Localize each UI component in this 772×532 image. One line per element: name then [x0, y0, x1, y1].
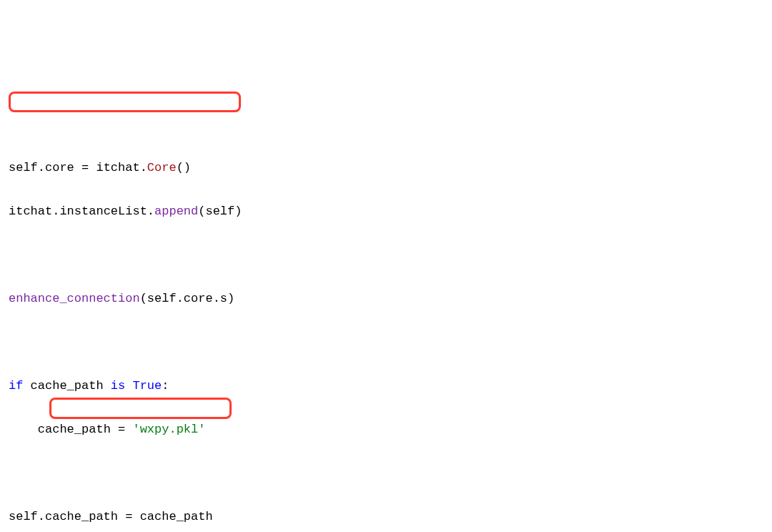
token	[9, 423, 38, 436]
code-line-7: cache_path = 'wxpy.pkl'	[9, 419, 763, 441]
code-line-6: if cache_path is True:	[9, 375, 763, 398]
token: =	[118, 510, 140, 523]
token	[125, 379, 132, 393]
token: cache_path	[31, 379, 104, 393]
token: cache_path	[140, 510, 213, 523]
code-block: self.core = itchat.Core() itchat.instanc…	[9, 92, 763, 532]
token: =	[111, 423, 133, 436]
token: .	[38, 161, 45, 174]
highlight-box-1	[9, 92, 241, 112]
token: :	[162, 379, 169, 393]
token: (	[140, 292, 147, 305]
token: (	[198, 205, 205, 218]
code-line-9: self.cache_path = cache_path	[9, 506, 763, 528]
code-line-1: self.core = itchat.Core()	[9, 157, 763, 179]
token: Core	[147, 161, 177, 174]
code-line-3	[9, 245, 763, 267]
token: self.core.s	[147, 292, 227, 305]
token: ()	[177, 161, 191, 174]
token: )	[227, 292, 234, 305]
token: True	[132, 379, 162, 393]
token: cache_path	[38, 423, 111, 436]
token: itchat	[9, 205, 52, 218]
token: self	[205, 205, 234, 218]
token: 'wxpy.pkl'	[132, 423, 205, 436]
token: .	[147, 205, 154, 218]
token: enhance_connection	[9, 292, 140, 305]
code-line-2: itchat.instanceList.append(self)	[9, 201, 763, 223]
token: instanceList	[59, 205, 147, 218]
highlight-box-2	[49, 398, 232, 419]
token: self.cache_path	[9, 510, 118, 523]
token	[23, 379, 30, 393]
code-line-4: enhance_connection(self.core.s)	[9, 288, 763, 310]
code-line-5	[9, 332, 763, 354]
token: self	[9, 161, 38, 174]
token	[104, 379, 111, 393]
token: if	[9, 379, 23, 393]
token: )	[234, 205, 242, 218]
code-line-8	[9, 463, 763, 485]
token: .	[140, 161, 147, 174]
token: is	[111, 379, 125, 393]
token: .	[52, 205, 59, 218]
token: itchat	[96, 161, 139, 174]
token: =	[74, 161, 96, 174]
token: core	[45, 161, 74, 174]
token: append	[154, 205, 198, 218]
